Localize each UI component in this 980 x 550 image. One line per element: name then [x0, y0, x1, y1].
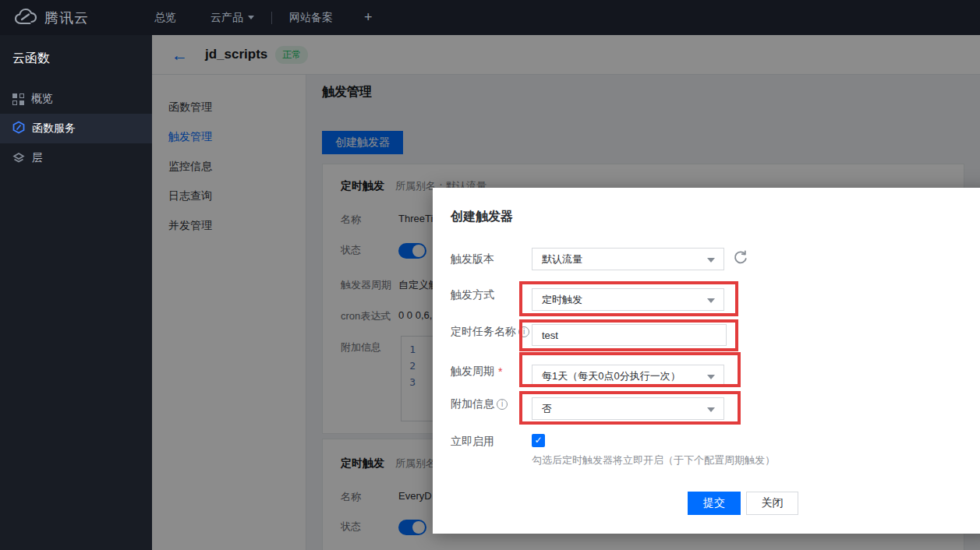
- brand-name: 腾讯云: [44, 9, 89, 27]
- field-label-trigger-version: 触发版本: [451, 252, 494, 266]
- sidebar-item-layers[interactable]: 层: [0, 143, 152, 173]
- check-icon: ✓: [534, 435, 542, 446]
- chevron-down-icon: [707, 258, 715, 263]
- scf-hexagon-icon: [12, 121, 25, 136]
- chevron-down-icon: [707, 298, 715, 303]
- extra-info-select[interactable]: 否: [532, 397, 724, 420]
- timer-name-input[interactable]: [532, 324, 727, 346]
- required-asterisk: *: [498, 365, 502, 378]
- field-label-enable-now: 立即启用: [451, 435, 494, 449]
- topnav-cloud-products[interactable]: 云产品: [193, 11, 271, 25]
- chevron-down-icon: [248, 16, 254, 19]
- trigger-method-select[interactable]: 定时触发: [532, 288, 724, 311]
- topbar: 腾讯云 总览 云产品 网站备案 +: [0, 0, 980, 35]
- field-label-extra-info: 附加信息i: [451, 397, 508, 411]
- topnav: 总览 云产品 网站备案 +: [137, 9, 387, 26]
- refresh-icon[interactable]: [733, 249, 748, 265]
- create-trigger-modal: 创建触发器 触发版本 默认流量 触发方式 定时触发 定时任务名称i* 触发周期*…: [433, 188, 980, 534]
- chevron-down-icon: [707, 375, 715, 379]
- trigger-version-select[interactable]: 默认流量: [532, 248, 724, 270]
- submit-button[interactable]: 提交: [688, 492, 741, 515]
- chevron-down-icon: [707, 407, 715, 412]
- trigger-period-select[interactable]: 每1天（每天0点0分执行一次）: [532, 365, 724, 387]
- layers-icon: [12, 151, 25, 166]
- info-icon[interactable]: i: [518, 326, 529, 337]
- field-label-trigger-method: 触发方式: [451, 288, 494, 302]
- tencent-cloud-logo-icon: [14, 8, 37, 28]
- add-tab-button[interactable]: +: [350, 9, 387, 26]
- sidebar-item-function-service[interactable]: 函数服务: [0, 114, 152, 143]
- app-sidebar: 云函数 概览 函数服务 层: [0, 35, 152, 550]
- info-icon[interactable]: i: [497, 399, 508, 410]
- close-button[interactable]: 关闭: [746, 492, 798, 515]
- sidebar-item-overview[interactable]: 概览: [0, 84, 152, 114]
- field-label-trigger-period: 触发周期*: [451, 365, 502, 379]
- topnav-icp-filing[interactable]: 网站备案: [272, 11, 350, 25]
- brand[interactable]: 腾讯云: [0, 8, 137, 28]
- topnav-overview[interactable]: 总览: [137, 11, 193, 25]
- enable-helper-text: 勾选后定时触发器将立即开启（于下个配置周期触发）: [532, 453, 775, 467]
- modal-title: 创建触发器: [451, 209, 513, 225]
- grid-icon: [12, 93, 24, 105]
- enable-now-checkbox[interactable]: ✓: [532, 434, 545, 447]
- product-title: 云函数: [0, 35, 152, 84]
- field-label-timer-name: 定时任务名称i*: [451, 325, 537, 339]
